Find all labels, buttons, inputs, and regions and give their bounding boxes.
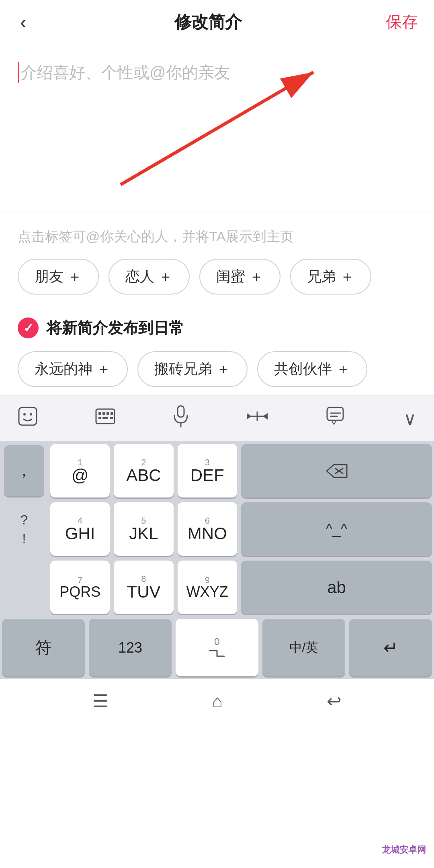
key-space[interactable]: 0 <box>176 619 258 676</box>
key-face[interactable]: ^_^ <box>241 502 432 556</box>
check-mark: ✓ <box>23 321 33 335</box>
space-num: 0 <box>214 636 219 647</box>
svg-rect-6 <box>98 412 101 415</box>
svg-rect-12 <box>110 417 113 419</box>
publish-label: 将新简介发布到日常 <box>47 318 184 338</box>
tag-brickwork[interactable]: 搬砖兄弟 ＋ <box>137 351 248 387</box>
key-comma[interactable]: ， <box>4 445 44 496</box>
key-lang[interactable]: 中/英 <box>262 619 345 676</box>
key-enter[interactable]: ↵ <box>349 619 432 676</box>
key-letters: GHI <box>65 525 95 542</box>
tag-section: 点击标签可@你关心的人，并将TA展示到主页 朋友 ＋ 恋人 ＋ 闺蜜 ＋ 兄弟 … <box>0 213 434 387</box>
key-1-at[interactable]: 1 @ <box>50 444 110 497</box>
key-letters: @ <box>72 467 89 484</box>
nav-home-icon[interactable]: ⌂ <box>212 691 223 711</box>
key-question[interactable]: ? <box>20 512 28 528</box>
keyboard-icon[interactable] <box>95 408 115 428</box>
key-letters: JKL <box>129 525 158 542</box>
tag-brother[interactable]: 兄弟 ＋ <box>290 259 371 295</box>
key-9-wxyz[interactable]: 9 WXYZ <box>178 561 237 614</box>
nav-back-icon[interactable]: ↩ <box>327 691 342 711</box>
mic-icon[interactable] <box>173 405 189 432</box>
cursor-move-icon[interactable] <box>246 408 268 428</box>
svg-rect-11 <box>102 417 108 419</box>
key-ab[interactable]: ab <box>241 561 432 614</box>
key-8-tuv[interactable]: 8 TUV <box>114 561 173 614</box>
tag-bestfriend[interactable]: 闺蜜 ＋ <box>199 259 280 295</box>
svg-rect-7 <box>102 412 105 415</box>
svg-point-4 <box>30 413 32 416</box>
divider <box>18 306 416 306</box>
svg-rect-9 <box>111 412 113 415</box>
key-letters: TUV <box>127 583 160 600</box>
key-letters: ABC <box>126 467 161 484</box>
svg-rect-8 <box>106 412 109 415</box>
header: ‹ 修改简介 保存 <box>0 0 434 44</box>
key-5-jkl[interactable]: 5 JKL <box>114 502 173 556</box>
tag-row-1: 朋友 ＋ 恋人 ＋ 闺蜜 ＋ 兄弟 ＋ <box>18 259 416 295</box>
svg-point-3 <box>23 413 26 416</box>
tag-god[interactable]: 永远的神 ＋ <box>18 351 128 387</box>
key-4-ghi[interactable]: 4 GHI <box>50 502 110 556</box>
nav-bar: ☰ ⌂ ↩ <box>0 679 434 723</box>
delete-key[interactable] <box>241 444 432 497</box>
svg-rect-2 <box>19 407 37 425</box>
annotation-arrow <box>0 44 434 213</box>
space-underline-icon <box>209 647 225 659</box>
keyboard-dismiss-icon[interactable]: ∨ <box>403 408 416 429</box>
svg-rect-13 <box>178 406 184 417</box>
emoji-icon[interactable] <box>18 406 38 430</box>
page-title: 修改简介 <box>174 11 242 33</box>
key-letters: MNO <box>188 525 227 542</box>
publish-checkbox[interactable]: ✓ <box>18 317 39 338</box>
key-letters: WXYZ <box>186 585 228 599</box>
key-exclaim[interactable]: ! <box>22 531 26 547</box>
keyboard-toolbar: ∨ <box>0 395 434 442</box>
svg-rect-5 <box>96 409 115 424</box>
back-button[interactable]: ‹ <box>16 11 31 33</box>
tag-partner[interactable]: 共创伙伴 ＋ <box>257 351 367 387</box>
nav-menu-icon[interactable]: ☰ <box>92 691 108 711</box>
watermark: 龙城安卓网 <box>382 844 426 856</box>
keyboard: ， 1 @ 2 ABC 3 DEF <box>0 442 434 679</box>
delete-icon <box>326 463 348 479</box>
tag-row-2: 永远的神 ＋ 搬砖兄弟 ＋ 共创伙伴 ＋ <box>18 351 416 387</box>
tag-lover[interactable]: 恋人 ＋ <box>108 259 190 295</box>
key-3-def[interactable]: 3 DEF <box>178 444 237 497</box>
key-123[interactable]: 123 <box>89 619 172 676</box>
tag-hint: 点击标签可@你关心的人，并将TA展示到主页 <box>18 227 416 246</box>
save-button[interactable]: 保存 <box>386 11 418 33</box>
svg-rect-19 <box>327 407 343 420</box>
key-letters: PQRS <box>59 585 100 599</box>
key-2-abc[interactable]: 2 ABC <box>114 444 173 497</box>
key-fu[interactable]: 符 <box>2 619 85 676</box>
bubble-icon[interactable] <box>326 406 346 430</box>
key-6-mno[interactable]: 6 MNO <box>178 502 237 556</box>
bio-area[interactable]: 介绍喜好、个性或@你的亲友 <box>0 44 434 213</box>
svg-line-1 <box>121 72 313 185</box>
key-7-pqrs[interactable]: 7 PQRS <box>50 561 110 614</box>
tag-friend[interactable]: 朋友 ＋ <box>18 259 99 295</box>
svg-rect-10 <box>98 417 101 419</box>
publish-row: ✓ 将新简介发布到日常 <box>18 317 416 338</box>
key-letters: DEF <box>190 467 224 484</box>
